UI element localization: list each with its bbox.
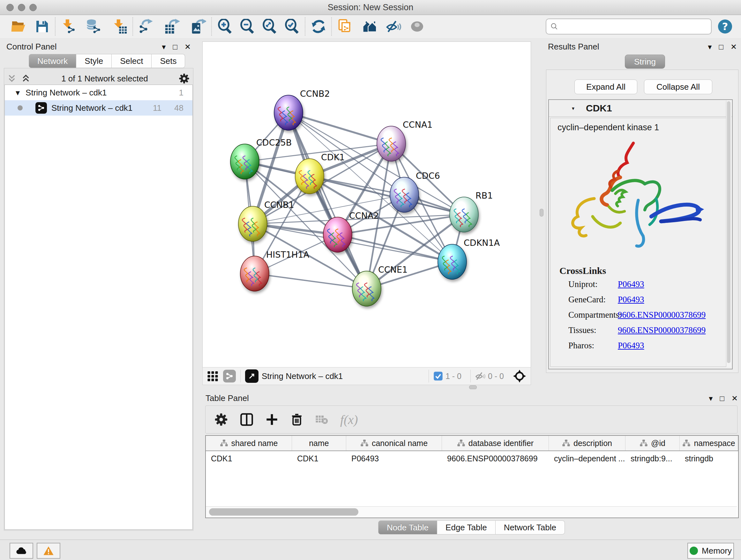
- table-options-gear-icon[interactable]: [214, 413, 228, 426]
- network-edge[interactable]: [255, 273, 367, 289]
- network-node-ccnb1[interactable]: CCNB1: [239, 200, 294, 241]
- network-row-selected[interactable]: String Network – cdk1 11 48: [5, 100, 192, 116]
- column-header-description[interactable]: description: [549, 436, 625, 450]
- zoom-window-button[interactable]: [29, 4, 37, 11]
- close-window-button[interactable]: [6, 4, 14, 11]
- results-vertical-scrollbar[interactable]: [726, 101, 731, 367]
- table-cell[interactable]: 9606.ENSP00000378699: [442, 451, 549, 466]
- control-panel-float-menu-icon[interactable]: ▾: [162, 43, 165, 51]
- fit-selected-crosshair-icon[interactable]: [513, 369, 526, 383]
- import-network-database-button[interactable]: [84, 17, 103, 36]
- zoom-in-button[interactable]: [216, 17, 234, 36]
- grid-view-icon[interactable]: [207, 370, 219, 382]
- table-horizontal-scrollbar[interactable]: [206, 506, 737, 517]
- warnings-button[interactable]: [37, 543, 60, 559]
- table-cell[interactable]: stringdb: [680, 451, 738, 466]
- table-cell[interactable]: CDK1: [206, 451, 292, 466]
- compartments-link[interactable]: 9606.ENSP00000378699: [618, 310, 705, 320]
- tab-style[interactable]: Style: [76, 54, 112, 68]
- create-column-plus-icon[interactable]: [266, 413, 278, 426]
- column-header-databaseidentifier[interactable]: database identifier: [442, 436, 549, 450]
- table-cell[interactable]: CDK1: [292, 451, 346, 466]
- gene-header-row[interactable]: ▾ CDK1: [549, 100, 732, 117]
- refresh-view-button[interactable]: [310, 17, 327, 36]
- pharos-link[interactable]: P06493: [618, 341, 644, 351]
- gene-expander-icon[interactable]: ▾: [572, 105, 575, 111]
- tab-select[interactable]: Select: [112, 54, 151, 68]
- results-panel-float-icon[interactable]: □: [719, 43, 724, 51]
- column-header-canonicalname[interactable]: canonical name: [346, 436, 442, 450]
- network-edge[interactable]: [288, 113, 367, 289]
- network-node-rb1[interactable]: RB1: [450, 191, 493, 232]
- genecard-link[interactable]: P06493: [618, 295, 644, 305]
- tab-node-table[interactable]: Node Table: [378, 520, 437, 535]
- export-image-button[interactable]: [190, 17, 207, 36]
- selected-checkbox-icon[interactable]: [433, 371, 443, 381]
- scrollbar-thumb[interactable]: [727, 101, 731, 363]
- network-node-hist1h1a[interactable]: HIST1H1A: [240, 250, 310, 291]
- first-neighbors-button[interactable]: [361, 17, 379, 36]
- table-cell[interactable]: stringdb:9...: [625, 451, 680, 466]
- network-thumbnail-icon[interactable]: [223, 370, 236, 382]
- collection-expander-icon[interactable]: ▾: [16, 88, 20, 98]
- export-network-button[interactable]: [137, 17, 155, 36]
- show-all-button[interactable]: [408, 17, 426, 36]
- uniprot-link[interactable]: P06493: [618, 279, 644, 289]
- hidden-eye-slash-icon[interactable]: [475, 371, 485, 381]
- import-table-file-button[interactable]: [111, 17, 129, 36]
- column-header-id[interactable]: @id: [625, 436, 680, 450]
- column-header-sharedname[interactable]: shared name: [206, 436, 292, 450]
- network-canvas[interactable]: CCNB2CCNA1CDC25BCDK1CDC6RB1CCNB1CCNA2CDK…: [202, 42, 531, 368]
- minimize-window-button[interactable]: [18, 4, 25, 11]
- network-node-ccne1[interactable]: CCNE1: [352, 265, 408, 306]
- network-node-cdkn1a[interactable]: CDKN1A: [438, 238, 500, 279]
- toolbar-search[interactable]: [546, 18, 712, 35]
- hide-selected-button[interactable]: [385, 17, 402, 36]
- expand-all-chevron-icon[interactable]: [21, 74, 30, 83]
- collapse-all-button[interactable]: Collapse All: [644, 79, 712, 94]
- delete-column-trash-icon[interactable]: [290, 413, 303, 426]
- import-network-file-button[interactable]: [60, 17, 77, 36]
- table-row[interactable]: CDK1CDK1P064939606.ENSP00000378699cyclin…: [206, 451, 738, 466]
- tab-sets[interactable]: Sets: [151, 54, 185, 68]
- network-collection-row[interactable]: ▾ String Network – cdk1 1: [5, 85, 192, 100]
- network-node-ccnb2[interactable]: CCNB2: [274, 89, 330, 130]
- column-header-namespace[interactable]: namespace: [680, 436, 738, 450]
- network-node-cdc25b[interactable]: CDC25B: [230, 138, 292, 179]
- column-header-name[interactable]: name: [292, 436, 346, 450]
- network-graph[interactable]: CCNB2CCNA1CDC25BCDK1CDC6RB1CCNB1CCNA2CDK…: [203, 42, 531, 367]
- search-input[interactable]: [558, 22, 707, 32]
- help-button[interactable]: ?: [716, 17, 734, 36]
- tab-network-table[interactable]: Network Table: [495, 520, 565, 535]
- results-panel-close-icon[interactable]: ✕: [731, 43, 737, 51]
- zoom-fit-button[interactable]: [261, 17, 279, 36]
- collapse-all-chevron-icon[interactable]: [7, 74, 17, 83]
- show-columns-icon[interactable]: [240, 413, 253, 426]
- control-panel-float-icon[interactable]: □: [173, 43, 178, 51]
- splitter-handle[interactable]: [540, 209, 543, 216]
- save-session-button[interactable]: [33, 17, 51, 36]
- network-edge[interactable]: [288, 113, 391, 144]
- results-panel-float-menu-icon[interactable]: ▾: [708, 43, 712, 51]
- memory-button[interactable]: Memory: [687, 543, 734, 559]
- delete-table-icon[interactable]: [315, 414, 328, 425]
- scrollbar-thumb[interactable]: [209, 508, 358, 516]
- tab-edge-table[interactable]: Edge Table: [437, 520, 495, 535]
- table-cell[interactable]: P06493: [346, 451, 442, 466]
- splitter-handle[interactable]: [469, 385, 477, 389]
- cloud-status-button[interactable]: [10, 543, 33, 559]
- network-edge[interactable]: [338, 235, 452, 262]
- zoom-selected-button[interactable]: [283, 17, 301, 36]
- table-panel-float-menu-icon[interactable]: ▾: [709, 394, 713, 403]
- function-builder-icon[interactable]: f(x): [340, 412, 358, 427]
- table-panel-float-icon[interactable]: □: [720, 394, 724, 403]
- open-session-button[interactable]: [10, 17, 27, 36]
- tab-network[interactable]: Network: [29, 54, 76, 68]
- duplicate-network-button[interactable]: [336, 17, 354, 36]
- control-panel-close-icon[interactable]: ✕: [185, 43, 191, 51]
- birds-eye-view-icon[interactable]: [245, 369, 259, 383]
- network-node-ccna1[interactable]: CCNA1: [377, 120, 433, 161]
- zoom-out-button[interactable]: [239, 17, 256, 36]
- tab-string[interactable]: String: [625, 55, 665, 69]
- export-table-button[interactable]: [163, 17, 181, 36]
